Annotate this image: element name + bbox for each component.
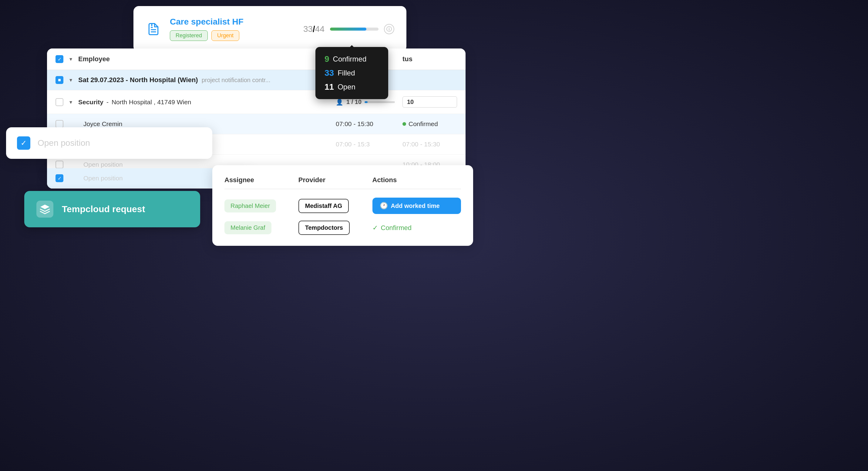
stat-current: 33 [303, 24, 313, 34]
clock-icon: 🕐 [380, 202, 388, 210]
col-provider-header: Provider [299, 176, 372, 184]
job-info: Care specialist HF Registered Urgent [170, 17, 295, 41]
security-fraction: 1 / 10 [346, 99, 362, 105]
job-icon [146, 21, 161, 37]
badge-registered: Registered [170, 30, 208, 41]
security-progress [365, 101, 395, 103]
security-count-col: 10 [402, 96, 457, 108]
actions-row-1: Raphael Meier Medistaff AG 🕐 Add worked … [224, 198, 461, 214]
tooltip-popup: 9 Confirmed 33 Filled 11 Open [315, 47, 388, 99]
table-row-date: ■ ▾ Sat 29.07.2023 - North Hospital (Wie… [47, 70, 466, 90]
info-circle-icon[interactable]: ⓘ [384, 24, 394, 34]
status-dot-green [402, 122, 406, 126]
assignee-2-col: Melanie Graf [224, 221, 299, 234]
tooltip-open-num: 11 [324, 82, 334, 92]
progress-bar-fill [330, 28, 366, 31]
open1-time: 07:00 - 15:3 [336, 141, 396, 148]
date-row-title: Sat 29.07.2023 - North Hospital (Wien) p… [78, 76, 457, 84]
employee-status-text: Confirmed [408, 120, 438, 128]
assignee-tag-2: Melanie Graf [224, 221, 272, 234]
checkmark-icon: ✓ [372, 224, 378, 232]
add-worked-time-button[interactable]: 🕐 Add worked time [372, 198, 461, 214]
job-title: Care specialist HF [170, 17, 295, 27]
date-row-checkbox[interactable]: ■ [56, 76, 63, 84]
security-fraction-col: 👤 1 / 10 [336, 99, 396, 106]
tooltip-row-open: 11 Open [324, 82, 379, 92]
employee-time: 07:00 - 15:30 [336, 120, 396, 128]
job-stats: 33/44 ⓘ [303, 24, 394, 34]
tooltip-confirmed-label: Confirmed [333, 55, 367, 63]
col-actions-header: Actions [372, 176, 461, 184]
person-icon: 👤 [336, 99, 343, 106]
tooltip-row-filled: 33 Filled [324, 68, 379, 78]
assignee-1-col: Raphael Meier [224, 199, 299, 212]
tooltip-filled-label: Filled [338, 69, 355, 77]
col-status-header: tus [402, 55, 457, 63]
open-pos-label: Open position [38, 138, 90, 148]
tempcloud-label: Tempcloud request [62, 204, 145, 214]
actions-header: Assignee Provider Actions [224, 176, 461, 189]
bottom-row-checkbox[interactable]: ✓ [56, 174, 63, 182]
job-card: Care specialist HF Registered Urgent 33/… [133, 6, 406, 52]
col-assignee-header: Assignee [224, 176, 299, 184]
date-row-sub: project notification contr... [202, 77, 271, 83]
header-checkbox[interactable]: ✓ [56, 55, 63, 63]
table-row-security: ▾ Security - North Hospital , 41749 Wien… [47, 90, 466, 114]
provider-1-col: Medistaff AG [299, 199, 372, 213]
security-row-arrow[interactable]: ▾ [69, 99, 72, 105]
open-pos-checkbox[interactable]: ✓ [17, 136, 30, 150]
progress-bar [330, 28, 378, 31]
security-progress-fill [365, 101, 368, 103]
security-address: North Hospital , 41749 Wien [112, 99, 191, 106]
provider-tag-2: Tempdoctors [299, 221, 350, 235]
date-row-date: Sat 29.07.2023 - North Hospital (Wien) [78, 76, 198, 84]
job-badges: Registered Urgent [170, 30, 295, 41]
security-count: 10 [402, 96, 457, 108]
actions-card: Assignee Provider Actions Raphael Meier … [212, 165, 473, 246]
confirmed-status: ✓ Confirmed [372, 224, 461, 232]
provider-2-col: Tempdoctors [299, 221, 372, 235]
tooltip-filled-num: 33 [324, 68, 334, 78]
security-dash: - [106, 99, 108, 106]
employee-name: Joyce Cremin [84, 120, 330, 128]
tooltip-confirmed-num: 9 [324, 54, 329, 64]
action-2-col: ✓ Confirmed [372, 224, 461, 232]
tooltip-open-label: Open [338, 83, 355, 91]
badge-urgent: Urgent [211, 30, 239, 41]
col-employee-header: Employee [78, 55, 330, 63]
security-name: Security [78, 99, 103, 106]
employee-status: Confirmed [402, 120, 457, 128]
actions-row-2: Melanie Graf Tempdoctors ✓ Confirmed [224, 221, 461, 235]
add-worked-time-label: Add worked time [391, 202, 440, 209]
open1-time2: 07:00 - 15:30 [402, 141, 457, 148]
date-row-arrow[interactable]: ▾ [69, 77, 72, 83]
tempcloud-card[interactable]: Tempcloud request [24, 191, 200, 227]
security-row-location: Security - North Hospital , 41749 Wien [78, 99, 330, 106]
open2-checkbox[interactable] [56, 161, 63, 169]
assignee-tag-1: Raphael Meier [224, 199, 276, 212]
security-row-checkbox[interactable] [56, 98, 63, 106]
open-position-card: ✓ Open position [6, 127, 212, 159]
action-1-col: 🕐 Add worked time [372, 198, 461, 214]
tempcloud-icon [36, 201, 53, 217]
table-header: ✓ ▾ Employee Time tus [47, 48, 466, 70]
provider-tag-1: Medistaff AG [299, 199, 349, 213]
confirmed-label: Confirmed [381, 224, 411, 232]
stat-total: 44 [315, 24, 324, 34]
employee-checkbox[interactable] [56, 120, 63, 128]
header-dropdown-arrow[interactable]: ▾ [69, 56, 72, 62]
tooltip-row-confirmed: 9 Confirmed [324, 54, 379, 64]
stat-numbers: 33/44 [303, 24, 324, 34]
